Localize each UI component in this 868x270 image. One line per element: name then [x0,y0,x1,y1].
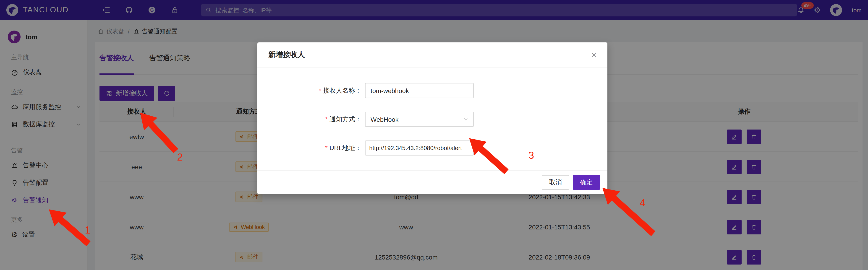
field-notify-method: *通知方式： WebHook [257,112,608,127]
url-input[interactable] [365,140,474,156]
chevron-down-icon [463,117,468,122]
required-mark: * [319,87,321,94]
field-label: *URL地址： [257,144,365,152]
required-mark: * [325,144,328,151]
field-label: *接收人名称： [257,87,365,95]
field-recipient-name: *接收人名称： [257,83,608,98]
modal-header: 新增接收人 × [257,42,608,67]
cancel-button[interactable]: 取消 [542,175,569,190]
add-recipient-modal: 新增接收人 × *接收人名称： *通知方式： WebHook *URL地址： 取… [257,42,608,194]
notify-method-select[interactable]: WebHook [365,112,474,127]
close-icon[interactable]: × [591,50,596,59]
modal-title: 新增接收人 [268,50,305,60]
app-root: TANCLOUD G 99+ ⚙ [0,0,868,270]
field-label: *通知方式： [257,115,365,123]
required-mark: * [325,115,328,123]
select-value: WebHook [371,115,398,123]
field-url: *URL地址： [257,140,608,156]
modal-footer: 取消 确定 [257,170,608,194]
recipient-name-input[interactable] [365,83,474,98]
confirm-button[interactable]: 确定 [573,175,600,190]
modal-body: *接收人名称： *通知方式： WebHook *URL地址： [257,67,608,170]
